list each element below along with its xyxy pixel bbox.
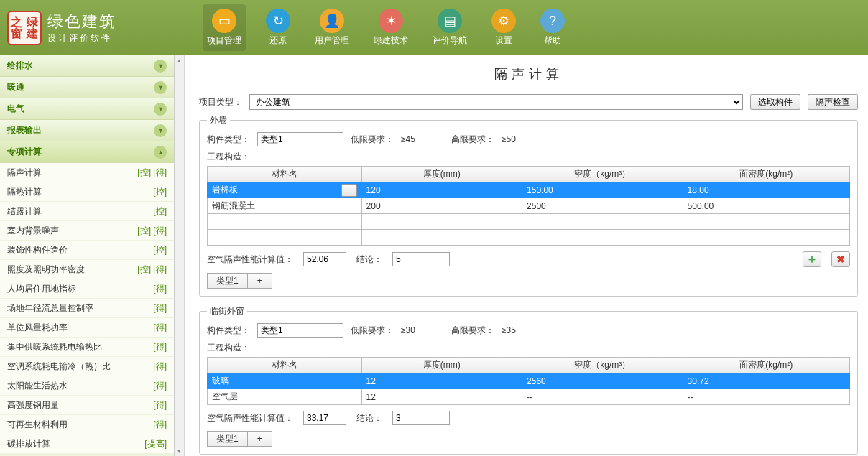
chevron-down-icon: ▾ — [154, 103, 167, 116]
col-density: 密度（kg/m³） — [522, 358, 683, 373]
component-type-input[interactable] — [257, 132, 343, 146]
section-street-window: 临街外窗 构件类型： 低限要求： ≥30 高限要求： ≥35 工程构造： 材料名… — [199, 305, 858, 455]
project-type-label: 项目类型： — [199, 96, 242, 108]
gear-icon: ⚙ — [491, 9, 516, 33]
type-tab[interactable]: 类型1 — [207, 273, 248, 289]
refresh-icon: ↻ — [266, 9, 290, 33]
project-type-select[interactable]: 办公建筑 — [249, 94, 743, 110]
ellipsis-button[interactable]: ... — [341, 184, 357, 197]
sidebar-scrollbar[interactable] — [175, 55, 185, 456]
sidebar-group-hvac[interactable]: 暖通▾ — [0, 77, 174, 98]
table-row[interactable]: 玻璃12256030.72 — [208, 373, 850, 389]
sidebar-item[interactable]: 人均居住用地指标[得] — [0, 279, 174, 299]
sidebar-item[interactable]: 碳排放计算[提高] — [0, 434, 174, 454]
high-req-value: ≥50 — [502, 134, 516, 144]
component-type-input[interactable] — [257, 323, 343, 338]
sidebar-item[interactable]: 装饰性构件造价[控] — [0, 241, 174, 260]
sidebar-group-special[interactable]: 专项计算▴ — [0, 141, 174, 163]
sidebar-item[interactable]: 高强度钢用量[得] — [0, 396, 174, 415]
col-area-density: 面密度(kg/m²) — [683, 358, 849, 373]
toolbar-tech[interactable]: ✶绿建技术 — [369, 4, 412, 51]
help-icon: ? — [540, 9, 565, 33]
materials-table-1[interactable]: 材料名 厚度(mm) 密度（kg/m³） 面密度(kg/m²) 岩棉板...12… — [207, 166, 850, 246]
section-legend: 外墙 — [207, 114, 230, 126]
sidebar-group-electric[interactable]: 电气▾ — [0, 98, 174, 120]
low-req-value: ≥45 — [401, 134, 444, 144]
book-icon: ▤ — [438, 9, 462, 33]
sidebar-item[interactable]: 隔热计算[控] — [0, 182, 174, 202]
table-row[interactable] — [208, 230, 850, 246]
user-icon: 👤 — [320, 9, 344, 33]
table-row[interactable] — [208, 214, 850, 230]
sidebar-item[interactable]: 照度及照明功率密度[控] [得] — [0, 260, 174, 279]
toolbar-eval-nav[interactable]: ▤评价导航 — [428, 4, 471, 51]
sidebar-item[interactable]: 可再生材料利用[得] — [0, 415, 174, 434]
sidebar-item[interactable]: 集中供暖系统耗电输热比[得] — [0, 338, 174, 357]
toolbar-user-manage[interactable]: 👤用户管理 — [310, 4, 354, 51]
toolbar-restore[interactable]: ↻还原 — [262, 4, 295, 51]
sound-check-button[interactable]: 隔声检查 — [808, 94, 858, 110]
table-row[interactable]: 岩棉板...120150.0018.00 — [208, 182, 850, 198]
toolbar-help[interactable]: ?帮助 — [536, 4, 569, 51]
sidebar-item[interactable]: 室内背景噪声[控] [得] — [0, 221, 174, 241]
col-thickness: 厚度(mm) — [361, 358, 522, 373]
result-label: 结论： — [356, 253, 382, 266]
sidebar-group-report[interactable]: 报表输出▾ — [0, 120, 174, 141]
section-outer-wall: 外墙 构件类型： 低限要求： ≥45 高限要求： ≥50 工程构造： 材料名 厚… — [199, 114, 858, 297]
add-type-tab[interactable]: + — [248, 431, 272, 447]
chevron-down-icon: ▾ — [154, 60, 167, 73]
app-subtitle: 设计评价软件 — [47, 32, 116, 45]
sidebar-item[interactable]: 单位风量耗功率[得] — [0, 318, 174, 338]
low-req-label: 低限要求： — [351, 134, 394, 146]
calc-label: 空气隔声性能计算值： — [207, 412, 293, 424]
chevron-up-icon: ▴ — [154, 146, 167, 159]
high-req-label: 高限要求： — [451, 325, 494, 337]
add-row-button[interactable]: ＋ — [803, 251, 821, 267]
sidebar-item[interactable]: 太阳能生活热水[得] — [0, 376, 174, 396]
add-type-tab[interactable]: + — [248, 273, 272, 289]
col-material: 材料名 — [208, 167, 362, 182]
logo-mark: 之绿 窗建 — [7, 11, 42, 45]
chevron-down-icon: ▾ — [154, 124, 167, 137]
page-title: 隔声计算 — [199, 65, 858, 83]
col-density: 密度（kg/m³） — [522, 167, 683, 182]
delete-row-button[interactable]: ✖ — [831, 251, 850, 267]
result-value-input[interactable] — [392, 411, 450, 425]
construction-label: 工程构造： — [207, 342, 850, 354]
app-title: 绿色建筑 — [47, 11, 116, 32]
component-type-label: 构件类型： — [207, 325, 250, 337]
component-type-label: 构件类型： — [207, 134, 250, 146]
high-req-label: 高限要求： — [451, 134, 494, 146]
section-legend: 临街外窗 — [207, 305, 247, 317]
table-row[interactable]: 空气层12---- — [208, 389, 850, 405]
table-row[interactable]: 钢筋混凝土2002500500.00 — [208, 198, 850, 214]
calc-label: 空气隔声性能计算值： — [207, 253, 293, 266]
sidebar-item[interactable]: 空调系统耗电输冷（热）比[得] — [0, 357, 174, 376]
sidebar-item[interactable]: 场地年径流总量控制率[得] — [0, 299, 174, 318]
folder-icon: ▭ — [212, 9, 236, 33]
chevron-down-icon: ▾ — [154, 81, 167, 94]
result-label: 结论： — [356, 412, 382, 424]
select-component-button[interactable]: 选取构件 — [750, 94, 800, 110]
result-value-input[interactable] — [392, 252, 450, 266]
materials-table-2[interactable]: 材料名 厚度(mm) 密度（kg/m³） 面密度(kg/m²) 玻璃122560… — [207, 357, 850, 405]
calc-value-input[interactable] — [303, 411, 346, 425]
col-thickness: 厚度(mm) — [361, 167, 522, 182]
share-icon: ✶ — [379, 9, 403, 33]
col-area-density: 面密度(kg/m²) — [683, 167, 849, 182]
col-material: 材料名 — [208, 358, 362, 373]
calc-value-input[interactable] — [303, 252, 346, 266]
construction-label: 工程构造： — [207, 151, 850, 163]
sidebar-item[interactable]: 隔声计算[控] [得] — [0, 163, 174, 182]
low-req-value: ≥30 — [401, 325, 444, 335]
close-icon: ✖ — [836, 253, 845, 265]
sidebar-item[interactable]: 结露计算[控] — [0, 202, 174, 221]
toolbar-project-manage[interactable]: ▭项目管理 — [203, 4, 246, 51]
low-req-label: 低限要求： — [351, 325, 394, 337]
high-req-value: ≥35 — [502, 325, 516, 335]
toolbar-settings[interactable]: ⚙设置 — [487, 4, 520, 51]
app-logo: 之绿 窗建 绿色建筑 设计评价软件 — [7, 11, 116, 45]
sidebar-group-drainage[interactable]: 给排水▾ — [0, 55, 174, 77]
plus-icon: ＋ — [806, 252, 818, 267]
type-tab[interactable]: 类型1 — [207, 431, 248, 447]
